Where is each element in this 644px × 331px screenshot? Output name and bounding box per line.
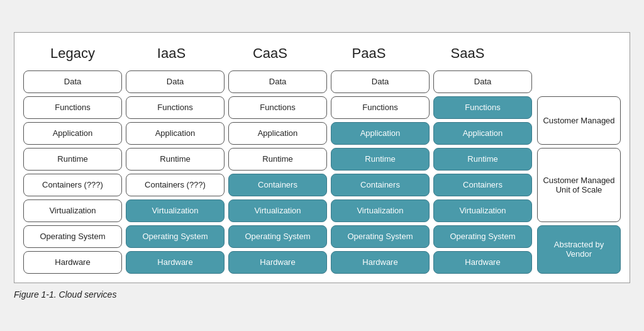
caas-runtime: Runtime [228, 148, 327, 171]
caas-os: Operating System [228, 225, 327, 248]
saas-application: Application [433, 122, 532, 145]
saas-os: Operating System [433, 225, 532, 248]
header-paas: PaaS [319, 43, 418, 64]
paas-application: Application [331, 122, 430, 145]
column-paas: Data Functions Application Runtime Conta… [331, 70, 430, 274]
paas-containers: Containers [331, 174, 430, 196]
caas-application: Application [228, 122, 327, 145]
saas-virtualization: Virtualization [433, 199, 532, 222]
legacy-hardware: Hardware [23, 251, 122, 274]
legacy-application: Application [23, 122, 122, 145]
caas-functions: Functions [228, 96, 327, 119]
legend-area: Customer Managed Customer Managed Unit o… [537, 70, 621, 274]
header-iaas: IaaS [122, 43, 221, 64]
legend-spacer-1 [537, 70, 621, 93]
rows-area: Data Functions Application Runtime Conta… [23, 70, 621, 274]
caas-virtualization: Virtualization [228, 199, 327, 222]
legacy-containers: Containers (???) [23, 174, 122, 196]
paas-virtualization: Virtualization [331, 199, 430, 222]
paas-hardware: Hardware [331, 251, 430, 274]
saas-runtime: Runtime [433, 148, 532, 171]
caas-containers: Containers [228, 174, 327, 196]
iaas-data: Data [126, 70, 225, 93]
paas-data: Data [331, 70, 430, 93]
legacy-data: Data [23, 70, 122, 93]
legend-abstracted: Abstracted by Vendor [537, 225, 621, 274]
iaas-application: Application [126, 122, 225, 145]
header-legend [517, 43, 611, 64]
saas-hardware: Hardware [433, 251, 532, 274]
headers-row: Legacy IaaS CaaS PaaS SaaS [23, 43, 621, 64]
column-saas: Data Functions Application Runtime Conta… [433, 70, 532, 274]
legacy-runtime: Runtime [23, 148, 122, 171]
header-legacy: Legacy [23, 43, 122, 64]
header-caas: CaaS [221, 43, 319, 64]
saas-containers: Containers [433, 174, 532, 196]
caas-hardware: Hardware [228, 251, 327, 274]
column-legacy: Data Functions Application Runtime Conta… [23, 70, 122, 274]
iaas-virtualization: Virtualization [126, 199, 225, 222]
caas-data: Data [228, 70, 327, 93]
legend-customer-managed-unit: Customer Managed Unit of Scale [537, 148, 621, 222]
legacy-os: Operating System [23, 225, 122, 248]
legacy-virtualization: Virtualization [23, 199, 122, 222]
paas-runtime: Runtime [331, 148, 430, 171]
iaas-os: Operating System [126, 225, 225, 248]
iaas-hardware: Hardware [126, 251, 225, 274]
legacy-functions: Functions [23, 96, 122, 119]
diagram-container: Legacy IaaS CaaS PaaS SaaS Data Function… [14, 32, 630, 283]
outer-wrapper: Legacy IaaS CaaS PaaS SaaS Data Function… [14, 26, 630, 306]
saas-functions: Functions [433, 96, 532, 119]
iaas-functions: Functions [126, 96, 225, 119]
paas-functions: Functions [331, 96, 430, 119]
iaas-containers: Containers (???) [126, 174, 225, 196]
column-caas: Data Functions Application Runtime Conta… [228, 70, 327, 274]
legend-customer-managed: Customer Managed [537, 96, 621, 145]
iaas-runtime: Runtime [126, 148, 225, 171]
saas-data: Data [433, 70, 532, 93]
column-iaas: Data Functions Application Runtime Conta… [126, 70, 225, 274]
columns-area: Data Functions Application Runtime Conta… [23, 70, 532, 274]
figure-caption: Figure 1-1. Cloud services [14, 289, 630, 300]
paas-os: Operating System [331, 225, 430, 248]
header-saas: SaaS [418, 43, 517, 64]
